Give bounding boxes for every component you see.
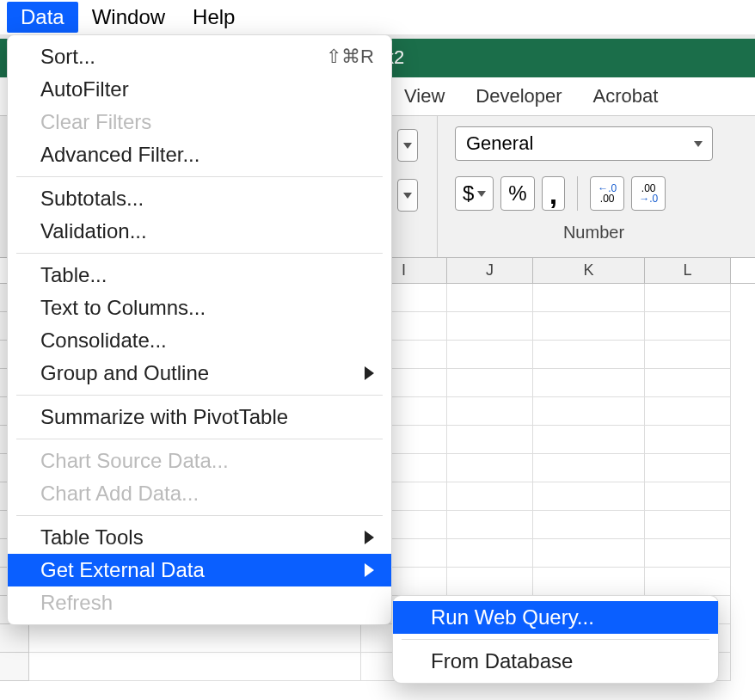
menu-label: Table... <box>40 263 107 287</box>
menu-item-consolidate[interactable]: Consolidate... <box>8 324 391 357</box>
dropdown-stub-1[interactable] <box>397 129 418 162</box>
group-label-number: Number <box>455 223 733 243</box>
get-external-data-submenu: Run Web Query... From Database <box>392 595 719 684</box>
menu-item-clear-filters: Clear Filters <box>8 106 391 138</box>
number-buttons: $ % , ←.0 .00 .00 <box>455 176 733 211</box>
menu-item-chart-add: Chart Add Data... <box>8 477 391 510</box>
menu-item-refresh: Refresh <box>8 586 391 619</box>
increase-decimal-icon: .00 →.0 <box>639 183 658 204</box>
tab-acrobat[interactable]: Acrobat <box>593 85 659 107</box>
tab-developer[interactable]: Developer <box>476 85 562 107</box>
dropdown-stub-2[interactable] <box>397 179 418 212</box>
menu-separator <box>16 176 383 177</box>
percent-icon: % <box>508 181 526 206</box>
menu-item-table-tools[interactable]: Table Tools <box>8 521 391 554</box>
menu-item-text-to-columns[interactable]: Text to Columns... <box>8 292 391 324</box>
menu-label: Advanced Filter... <box>40 143 199 167</box>
col-header-l[interactable]: L <box>645 258 731 283</box>
menu-item-get-external-data[interactable]: Get External Data <box>8 554 391 586</box>
shortcut: ⇧⌘R <box>326 46 374 68</box>
menu-separator <box>16 515 383 516</box>
separator <box>577 176 578 211</box>
comma-button[interactable]: , <box>542 176 565 211</box>
menu-item-sort[interactable]: Sort... ⇧⌘R <box>8 40 391 73</box>
comma-icon: , <box>549 189 557 198</box>
menu-item-group-outline[interactable]: Group and Outline <box>8 357 391 390</box>
submenu-arrow-icon <box>365 531 374 544</box>
menu-label: Get External Data <box>40 558 205 582</box>
menu-item-subtotals[interactable]: Subtotals... <box>8 182 391 215</box>
menu-window[interactable]: Window <box>78 2 179 33</box>
data-menu: Sort... ⇧⌘R AutoFilter Clear Filters Adv… <box>7 34 392 625</box>
menu-label: Consolidate... <box>40 329 167 353</box>
menu-label: AutoFilter <box>40 77 129 101</box>
col-header-j[interactable]: J <box>447 258 533 283</box>
menu-label: Summarize with PivotTable <box>40 405 288 429</box>
submenu-item-run-web-query[interactable]: Run Web Query... <box>393 601 718 634</box>
menu-separator <box>16 395 383 396</box>
number-format-select[interactable]: General <box>455 126 713 161</box>
menu-item-advanced-filter[interactable]: Advanced Filter... <box>8 138 391 171</box>
currency-button[interactable]: $ <box>455 176 494 211</box>
menu-label: Group and Outline <box>40 361 209 385</box>
number-group: General $ % , ←.0 .00 <box>437 116 746 257</box>
decrease-decimal-button[interactable]: ←.0 .00 <box>590 176 624 211</box>
dollar-icon: $ <box>463 181 474 206</box>
menu-item-autofilter[interactable]: AutoFilter <box>8 73 391 106</box>
decrease-decimal-icon: ←.0 .00 <box>598 183 617 204</box>
menu-label: Subtotals... <box>40 187 144 211</box>
menu-separator <box>16 439 383 439</box>
menubar: Data Window Help <box>0 0 755 34</box>
menu-data[interactable]: Data <box>7 2 78 33</box>
menu-label: Sort... <box>40 45 95 69</box>
submenu-arrow-icon <box>365 366 374 380</box>
menu-label: Refresh <box>40 591 113 615</box>
menu-help[interactable]: Help <box>179 2 249 33</box>
submenu-arrow-icon <box>365 563 374 577</box>
menu-item-chart-source: Chart Source Data... <box>8 445 391 477</box>
increase-decimal-button[interactable]: .00 →.0 <box>631 176 666 211</box>
menu-label: Clear Filters <box>40 110 151 134</box>
chevron-down-icon <box>477 191 486 197</box>
menu-label: Chart Source Data... <box>40 449 229 473</box>
menu-separator <box>402 639 709 640</box>
chevron-down-icon <box>403 193 412 199</box>
menu-separator <box>16 253 383 254</box>
col-header-k[interactable]: K <box>533 258 645 283</box>
menu-label: Table Tools <box>40 525 144 550</box>
percent-button[interactable]: % <box>500 176 534 211</box>
menu-item-validation[interactable]: Validation... <box>8 215 391 248</box>
menu-label: Chart Add Data... <box>40 482 199 506</box>
menu-item-table[interactable]: Table... <box>8 259 391 292</box>
number-format-value: General <box>466 132 533 155</box>
menu-label: Validation... <box>40 219 147 243</box>
tab-view[interactable]: View <box>404 85 445 107</box>
menu-item-pivottable[interactable]: Summarize with PivotTable <box>8 401 391 433</box>
menu-label: Text to Columns... <box>40 296 206 320</box>
submenu-item-from-database[interactable]: From Database <box>393 645 718 678</box>
chevron-down-icon <box>403 143 412 149</box>
chevron-down-icon <box>694 141 703 147</box>
menu-label: From Database <box>431 649 573 673</box>
menu-label: Run Web Query... <box>431 605 594 629</box>
